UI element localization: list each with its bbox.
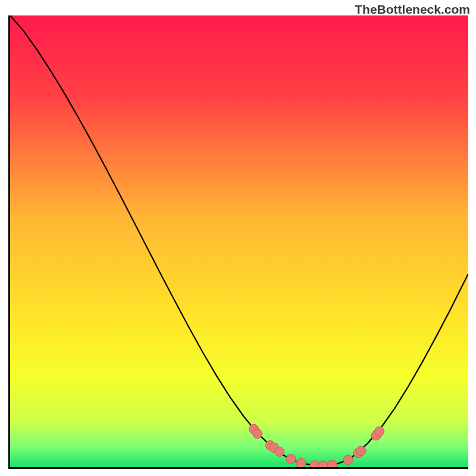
data-marker <box>296 458 306 467</box>
data-marker <box>286 454 296 464</box>
data-marker <box>275 447 284 456</box>
bottleneck-curve <box>10 15 468 466</box>
data-marker <box>253 429 262 439</box>
plot-area <box>10 15 468 467</box>
attribution-text: TheBottleneck.com <box>355 2 470 17</box>
chart-container: TheBottleneck.com <box>0 0 476 476</box>
data-marker <box>318 461 328 467</box>
curve-layer <box>10 15 468 467</box>
data-marker <box>375 427 384 436</box>
data-marker <box>343 455 353 465</box>
data-markers <box>249 424 384 467</box>
data-marker <box>356 446 366 456</box>
data-marker <box>327 460 337 467</box>
